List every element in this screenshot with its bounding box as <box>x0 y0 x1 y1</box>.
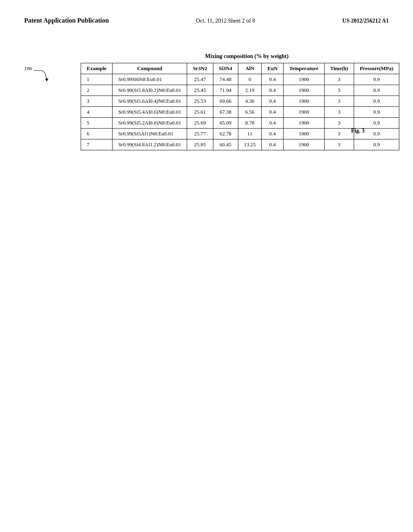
cell-aln: 6.56 <box>238 107 261 118</box>
cell-sr3n2: 25.69 <box>187 118 213 129</box>
table-row: 7Sr0.99(Si4.8Al1.2)N8:Eu0.0125.8560.4513… <box>81 139 399 150</box>
cell-aln: 11 <box>238 129 261 139</box>
col-header-pressure: Pressure(MPa) <box>354 63 399 74</box>
cell-sr3n2: 25.77 <box>187 129 213 139</box>
cell-compound: Sr0.99(Si5.4Al0.6)N8:Eu0.01 <box>113 107 187 118</box>
cell-sr3n2: 25.85 <box>187 139 213 150</box>
cell-temperature: 1900 <box>284 96 324 107</box>
cell-pressure: 0.9 <box>354 74 399 85</box>
publication-title: Patent Application Publication <box>24 16 109 25</box>
cell-aln: 2.19 <box>238 85 261 96</box>
table-row: 1Sr0.99Si6N8:Eu0.0125.4774.4800.4190030.… <box>81 74 399 85</box>
cell-temperature: 1900 <box>284 107 324 118</box>
cell-pressure: 0.9 <box>354 96 399 107</box>
cell-example: 2 <box>81 85 113 96</box>
cell-si3n4: 69.66 <box>213 96 238 107</box>
cell-compound: Sr0.99(Si5.2Al0.8)N8:Eu0.01 <box>113 118 187 129</box>
cell-sr3n2: 25.47 <box>187 74 213 85</box>
table-title: Mixing composition (% by weight) <box>113 53 381 60</box>
cell-aln: 13.25 <box>238 139 261 150</box>
cell-si3n4: 67.38 <box>213 107 238 118</box>
col-header-eun: EuN <box>262 63 284 74</box>
publication-number: US 2012/256212 A1 <box>342 18 389 24</box>
cell-time: 3 <box>324 107 354 118</box>
cell-compound: Sr0.99(Si5.8Al0.2)N8:Eu0.01 <box>113 85 187 96</box>
cell-compound: Sr0.99(Si4.8Al1.2)N8:Eu0.01 <box>113 139 187 150</box>
cell-eun: 0.4 <box>262 139 284 150</box>
annotation-number: 106 <box>24 65 32 72</box>
cell-eun: 0.4 <box>262 74 284 85</box>
cell-si3n4: 71.94 <box>213 85 238 96</box>
cell-time: 3 <box>324 139 354 150</box>
cell-example: 5 <box>81 118 113 129</box>
cell-eun: 0.4 <box>262 85 284 96</box>
annotation-arrow <box>32 70 48 82</box>
col-header-example: Example <box>81 63 113 74</box>
cell-eun: 0.4 <box>262 96 284 107</box>
cell-temperature: 1900 <box>284 74 324 85</box>
cell-si3n4: 60.45 <box>213 139 238 150</box>
mixing-composition-table: Example Compound Sr3N2 Si3N4 AlN EuN Tem… <box>81 63 399 150</box>
cell-example: 6 <box>81 129 113 139</box>
cell-si3n4: 74.48 <box>213 74 238 85</box>
data-table-wrapper: Mixing composition (% by weight) Example… <box>81 53 381 150</box>
table-row: 5Sr0.99(Si5.2Al0.8)N8:Eu0.0125.6965.098.… <box>81 118 399 129</box>
main-content: 106 Mixing composition (% by weight) Exa… <box>0 33 413 166</box>
col-header-compound: Compound <box>113 63 187 74</box>
figure-label: Fig. 3 <box>351 128 365 134</box>
cell-sr3n2: 25.61 <box>187 107 213 118</box>
cell-example: 3 <box>81 96 113 107</box>
cell-sr3n2: 25.53 <box>187 96 213 107</box>
cell-time: 3 <box>324 85 354 96</box>
cell-example: 1 <box>81 74 113 85</box>
table-row: 2Sr0.99(Si5.8Al0.2)N8:Eu0.0125.4571.942.… <box>81 85 399 96</box>
cell-compound: Sr0.99(Si5.6Al0.4)N8:Eu0.01 <box>113 96 187 107</box>
cell-pressure: 0.9 <box>354 118 399 129</box>
table-row: 4Sr0.99(Si5.4Al0.6)N8:Eu0.0125.6167.386.… <box>81 107 399 118</box>
cell-example: 7 <box>81 139 113 150</box>
cell-aln: 4.36 <box>238 96 261 107</box>
cell-time: 3 <box>324 74 354 85</box>
cell-pressure: 0.9 <box>354 107 399 118</box>
page-header: Patent Application Publication Oct. 11, … <box>0 0 413 33</box>
cell-si3n4: 65.09 <box>213 118 238 129</box>
svg-marker-0 <box>45 79 48 81</box>
cell-aln: 0 <box>238 74 261 85</box>
cell-aln: 8.78 <box>238 118 261 129</box>
cell-time: 3 <box>324 129 354 139</box>
col-header-aln: AlN <box>238 63 261 74</box>
cell-temperature: 1900 <box>284 139 324 150</box>
publication-date-sheet: Oct. 11, 2012 Sheet 2 of 8 <box>196 18 255 24</box>
cell-sr3n2: 25.45 <box>187 85 213 96</box>
table-row: 3Sr0.99(Si5.6Al0.4)N8:Eu0.0125.5369.664.… <box>81 96 399 107</box>
col-header-si3n4: Si3N4 <box>213 63 238 74</box>
cell-temperature: 1900 <box>284 129 324 139</box>
cell-temperature: 1900 <box>284 118 324 129</box>
cell-temperature: 1900 <box>284 85 324 96</box>
cell-si3n4: 62.78 <box>213 129 238 139</box>
col-header-temperature: Temperature <box>284 63 324 74</box>
cell-eun: 0.4 <box>262 118 284 129</box>
cell-example: 4 <box>81 107 113 118</box>
cell-time: 3 <box>324 118 354 129</box>
cell-time: 3 <box>324 96 354 107</box>
cell-compound: Sr0.99(Si5Al1)N8:Eu0.01 <box>113 129 187 139</box>
cell-pressure: 0.9 <box>354 139 399 150</box>
col-header-time: Time(h) <box>324 63 354 74</box>
cell-pressure: 0.9 <box>354 85 399 96</box>
col-header-sr3n2: Sr3N2 <box>187 63 213 74</box>
cell-eun: 0.4 <box>262 107 284 118</box>
cell-compound: Sr0.99Si6N8:Eu0.01 <box>113 74 187 85</box>
cell-eun: 0.4 <box>262 129 284 139</box>
